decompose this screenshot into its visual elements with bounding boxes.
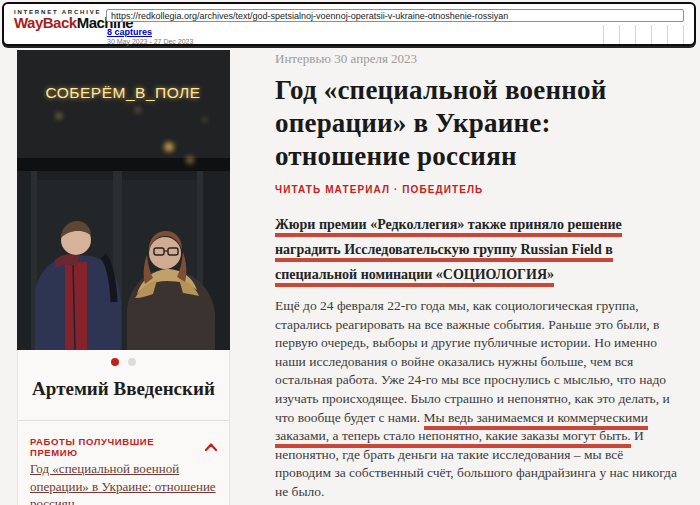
neon-sign-text: СОБЕРЁМ_В_ПОЛЕ: [45, 84, 200, 101]
p1-text: Ещё до 24 февраля 22-го года мы, как соц…: [275, 298, 670, 425]
wayback-machine-logo: WayBackMachine: [14, 15, 106, 30]
works-header-label: РАБОТЫ ПОЛУЧИВШИЕ ПРЕМИЮ: [30, 436, 205, 458]
timeline-tick: [635, 25, 636, 44]
intro-paragraph: Жюри премии «Редколлегия» также приняло …: [275, 212, 677, 287]
timeline-tick: [651, 25, 652, 44]
carousel-dot-active[interactable]: [111, 358, 119, 366]
timeline-tick: [683, 25, 684, 44]
read-material-link[interactable]: ЧИТАТЬ МАТЕРИАЛ · ПОБЕДИТЕЛЬ: [275, 184, 677, 195]
works-section-header[interactable]: РАБОТЫ ПОЛУЧИВШИЕ ПРЕМИЮ: [30, 436, 217, 458]
author-sidebar: СОБЕРЁМ_В_ПОЛЕ СОБЕРЁМ_В_ПОЛЕ: [17, 50, 230, 505]
chevron-up-icon[interactable]: [205, 443, 217, 451]
author-photo: СОБЕРЁМ_В_ПОЛЕ СОБЕРЁМ_В_ПОЛЕ: [17, 50, 230, 350]
carousel-dot[interactable]: [128, 358, 136, 366]
article: Интервью 30 апреля 2023 Год «специальной…: [275, 51, 677, 505]
article-title: Год «специальной военной операции» в Укр…: [275, 74, 677, 173]
author-card: Артемий Введенский РАБОТЫ ПОЛУЧИВШИЕ ПРЕ…: [17, 350, 230, 505]
photo-carousel: [18, 358, 229, 366]
paragraph-1: Ещё до 24 февраля 22-го года мы, как соц…: [275, 297, 677, 502]
author-name: Артемий Введенский: [18, 378, 229, 400]
timeline-tick: [619, 25, 620, 44]
article-meta: Интервью 30 апреля 2023: [275, 51, 677, 67]
logo-wayback-text: WayBack: [14, 14, 77, 31]
capture-date-range: 30 May 2023 - 27 Dec 2023: [107, 38, 193, 45]
awarded-work-link[interactable]: Год «специальной военной операции» в Укр…: [30, 460, 218, 505]
archived-url-input[interactable]: [106, 9, 684, 22]
captures-link[interactable]: 8 captures: [107, 27, 152, 37]
timeline-tick: [603, 25, 604, 44]
sidebar-divider: [18, 420, 229, 421]
intro-highlight: Жюри премии «Редколлегия» также приняло …: [275, 217, 622, 287]
wayback-logo[interactable]: INTERNET ARCHIVE WayBackMachine: [14, 9, 106, 30]
wayback-toolbar: INTERNET ARCHIVE WayBackMachine 8 captur…: [2, 2, 696, 46]
capture-timeline[interactable]: [588, 25, 684, 44]
timeline-tick: [667, 25, 668, 44]
